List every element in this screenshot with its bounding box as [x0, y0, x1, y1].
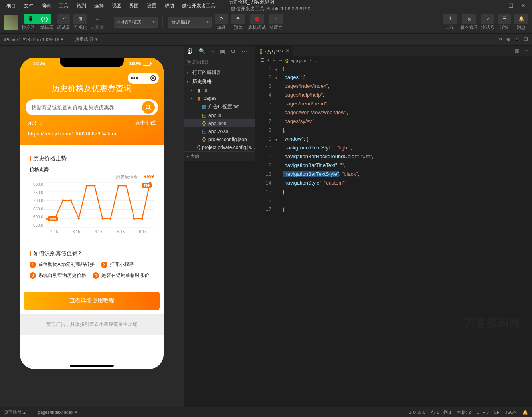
testnum-button[interactable]: ↗ [481, 14, 494, 24]
tree-project-root[interactable]: ▾历史价格 [184, 77, 255, 86]
compile-button[interactable]: ⟳ [215, 14, 228, 24]
explorer-more-icon[interactable]: ⋯ [248, 60, 252, 66]
svg-point-10 [62, 199, 64, 201]
minimize-icon[interactable]: — [496, 2, 501, 9]
tree-file-appwxss[interactable]: ▤app.wxss [184, 127, 255, 135]
capsule-menu-icon[interactable]: ••• [131, 75, 138, 82]
bookmark-icon2[interactable]: ⎘ [267, 58, 269, 63]
search-icon[interactable]: 🔍 [199, 48, 206, 54]
example-test-button[interactable]: 点击测试 [135, 119, 156, 127]
menu-view[interactable]: 视图 [109, 1, 125, 11]
version-button[interactable]: ⎘ [462, 14, 476, 24]
mode-dropdown[interactable]: 小程序模式 [114, 17, 158, 28]
more-icon[interactable]: ⋯ [241, 48, 247, 54]
upload-label: 上传 [446, 24, 455, 30]
ext-icon[interactable]: ▣ [220, 48, 225, 54]
debug-button[interactable]: 🐞 [250, 14, 264, 24]
device-dropdown[interactable]: iPhone 12/13 (Pro) 100% 16 ▾ [4, 37, 63, 42]
compile-label: 编译 [217, 24, 226, 30]
git-icon[interactable]: ⑂ [211, 48, 214, 54]
tree-open-editors[interactable]: ▸打开的编辑器 [184, 68, 255, 77]
cloud-button[interactable]: ☁ [90, 14, 104, 24]
tree-folder-js[interactable]: ▸▮js [184, 86, 255, 94]
menu-goto[interactable]: 转到 [73, 1, 89, 11]
page-path-dropdown[interactable]: 页面路径 ▴ [4, 409, 26, 415]
outline-header[interactable]: ▸ 大纲 [184, 151, 255, 161]
testnum-label: 测试号 [481, 24, 494, 30]
ad-placeholder: 暂无广告，具体指引查看小程序流量主功能 [20, 314, 164, 335]
code-editor[interactable]: 1234567891011121314151617 ▾▾ ▾ { "pages"… [255, 64, 532, 407]
cache-button[interactable]: ≡ [269, 14, 283, 24]
bookmark-icon[interactable]: ☰ [260, 58, 264, 63]
menu-select[interactable]: 选择 [91, 1, 107, 11]
close-icon[interactable]: ✕ [521, 2, 526, 9]
menu-ui[interactable]: 界面 [126, 1, 142, 11]
chart-low-label: 历史最低价： [116, 174, 142, 180]
debugger-button[interactable]: ⎇ [57, 14, 70, 24]
svg-point-15 [101, 218, 103, 220]
simulator-button[interactable]: 📱 [24, 14, 38, 24]
hotreload-dropdown[interactable]: 热重载 开 ▾ [75, 36, 98, 42]
visual-button[interactable]: ⊞ [73, 14, 87, 24]
svg-point-0 [146, 105, 150, 109]
tab-appjson[interactable]: {}app.json✕ [255, 46, 293, 56]
status-lang[interactable]: JSON [505, 410, 517, 415]
menu-settings[interactable]: 设置 [144, 1, 160, 11]
upload-button[interactable]: ⤴ [443, 14, 457, 24]
svg-point-16 [109, 218, 111, 220]
menu-tool[interactable]: 工具 [56, 1, 72, 11]
page-path[interactable]: pages/index/index ▾ [38, 410, 77, 415]
maximize-icon[interactable]: ☐ [508, 2, 514, 9]
message-button[interactable]: 🔔 [514, 14, 528, 24]
capsule-close-icon[interactable] [150, 75, 156, 81]
pip-icon[interactable]: ❐ [524, 37, 528, 42]
tutorial-button[interactable]: 查看详细使用教程 [24, 292, 160, 310]
editor-button[interactable]: ❮/❯ [38, 14, 51, 24]
back-icon[interactable]: ← [272, 58, 276, 63]
tree-file-projconfig[interactable]: {}project.config.json [184, 135, 255, 143]
status-errors[interactable]: ⊘ 0 ⚠ 0 [408, 410, 425, 415]
tree-file-projprivate[interactable]: {}project.private.config.js... [184, 143, 255, 151]
tree-file-appjs[interactable]: ▤app.js [184, 111, 255, 119]
split-icon[interactable]: ▥ [515, 48, 519, 54]
tab-close-icon[interactable]: ✕ [285, 48, 289, 54]
forward-icon[interactable]: → [279, 58, 283, 63]
explorer: 资源管理器⋯ ▸打开的编辑器 ▾历史价格 ▸▮js ▸▮pages ▤广告ID配… [184, 57, 255, 161]
more-editor-icon[interactable]: ⋯ [523, 48, 528, 54]
menu-project[interactable]: 项目 [3, 1, 19, 11]
status-spaces[interactable]: 空格: 2 [457, 409, 471, 415]
build-icon[interactable]: ⚙ [231, 48, 236, 54]
capsule[interactable]: ••• [128, 73, 159, 84]
menu-edit[interactable]: 编辑 [38, 1, 54, 11]
detail-button[interactable]: ☰ [498, 14, 511, 24]
activity-bar: 🗐 🔍 ⑂ ▣ ⚙ ⋯ [184, 46, 255, 57]
svg-point-14 [94, 185, 96, 187]
preview-button[interactable]: 👁 [231, 14, 245, 24]
search-button[interactable] [142, 101, 155, 114]
editor-tabs: {}app.json✕ ▥⋯ [255, 46, 532, 56]
chart-title: 价格走势 [30, 166, 154, 173]
svg-point-12 [78, 218, 80, 220]
preview-label: 预览 [234, 24, 243, 30]
device-icon[interactable]: 📱 [514, 37, 520, 42]
tree-folder-pages[interactable]: ▸▮pages [184, 94, 255, 102]
breadcrumb[interactable]: ☰ ⎘ ← → {}app.json›... [255, 56, 532, 64]
menu-wxdevtools[interactable]: 微信开发者工具 [179, 1, 219, 11]
search-input[interactable] [31, 105, 142, 111]
menu-help[interactable]: 帮助 [161, 1, 177, 11]
status-eol[interactable]: LF [494, 410, 500, 415]
tree-file-adtxt[interactable]: ▤广告ID配置.txt [184, 102, 255, 111]
tree-file-appjson[interactable]: {}app.json [184, 119, 255, 127]
status-bell-icon[interactable]: 🔔 [522, 410, 528, 415]
menu-file[interactable]: 文件 [21, 1, 37, 11]
record-icon[interactable]: ◉ [506, 37, 510, 42]
svg-point-19 [133, 218, 135, 220]
compile-mode-dropdown[interactable]: 普通编译 [168, 17, 212, 28]
menubar: 项目 文件 编辑 工具 转到 选择 视图 界面 设置 帮助 微信开发者工具 历史… [0, 0, 532, 11]
explorer-icon[interactable]: 🗐 [188, 48, 193, 54]
status-enc[interactable]: UTF-8 [477, 410, 489, 415]
avatar[interactable] [4, 15, 18, 30]
svg-point-17 [117, 185, 119, 187]
refresh-icon[interactable]: ⟳ [499, 37, 502, 42]
status-pos[interactable]: 行 1，列 1 [431, 409, 451, 415]
